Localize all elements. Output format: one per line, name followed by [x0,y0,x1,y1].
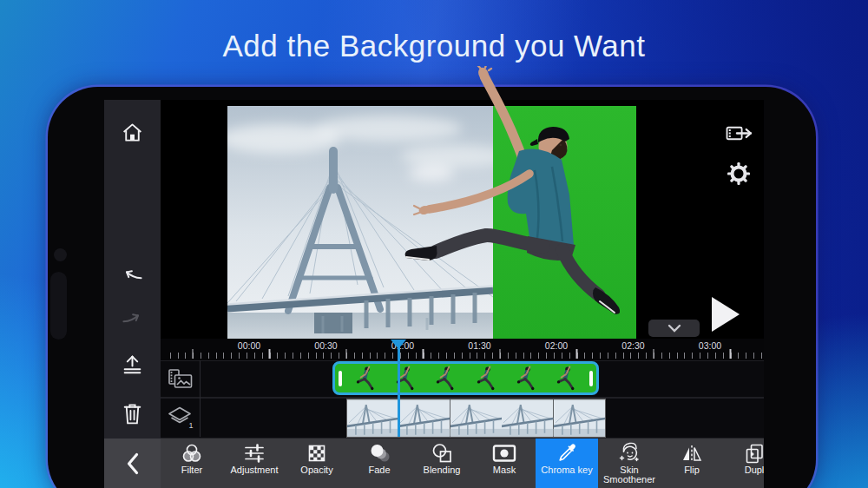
clip-thumbnail [431,365,460,392]
bridge-background-image [227,106,493,339]
layer-badge: 1 [188,421,193,430]
clip-thumbnail [398,399,450,437]
clip-thumbnail [551,365,581,392]
toolbar-item-mask[interactable]: Mask [473,439,536,488]
toolbar-item-duplicate[interactable]: Dupl [723,439,764,488]
toolbar-item-filter[interactable]: Filter [161,439,223,488]
clip-thumbnail [511,365,541,392]
green-screen-region [493,106,636,339]
blending-icon [431,441,453,465]
clip-thumbnail [471,365,501,392]
collapse-timeline-button[interactable] [648,320,700,337]
clip-thumbnail [502,399,553,437]
duplicate-icon [743,441,764,465]
toolbar-item-opacity[interactable]: Opacity [286,439,348,488]
toolbar-item-label: Skin Smoothener [599,465,660,485]
toolbar-item-label: Chroma key [541,465,592,475]
playhead-handle[interactable] [391,340,406,349]
toolbar-item-label: Opacity [300,465,332,475]
layers-icon[interactable]: 1 [161,399,200,438]
home-icon[interactable] [104,115,161,149]
chevron-left-icon [125,452,141,476]
undo-icon[interactable] [104,256,161,291]
toolbar-item-label: Flip [684,465,700,475]
opacity-icon [306,441,327,465]
clip-thumbnail [450,399,502,437]
bridge-clip[interactable] [347,399,605,437]
clip-thumbnail [391,365,420,392]
page-title: Add the Background you Want [0,29,868,63]
stage: Add the Background you Want [0,0,868,488]
toolbar-item-adjustment[interactable]: Adjustment [223,439,286,488]
app-screen: 00:0000:3001:0001:3002:0002:3003:0003:30… [104,100,764,488]
fade-icon [368,441,391,465]
chroma-key-icon [556,441,578,465]
produce-icon[interactable] [718,115,760,151]
toolbar-item-label: Dupl [745,465,764,475]
back-button[interactable] [104,439,161,488]
trash-icon[interactable] [104,396,161,431]
redo-icon[interactable] [104,300,161,334]
flip-icon [681,441,703,465]
settings-gear-icon[interactable] [718,155,760,192]
clip-thumbnail [351,365,380,392]
skin-smoothener-icon [618,441,641,465]
ruler-ticks-major [165,349,764,359]
toolbar-item-label: Filter [181,465,202,475]
phone-frame: 00:0000:3001:0001:3002:0002:3003:0003:30… [48,87,816,488]
playhead[interactable] [398,344,400,437]
clip-thumbnail [554,399,605,437]
green-screen-clip[interactable] [332,361,599,395]
mask-icon [492,441,516,465]
toolbar-item-chroma-key[interactable]: Chroma key [536,439,598,488]
play-button[interactable] [712,297,741,332]
toolbar-item-label: Fade [368,465,390,475]
toolbar-item-fade[interactable]: Fade [348,439,411,488]
clip-thumbnail [347,399,398,437]
chevron-down-icon [667,324,682,333]
toolbar-item-flip[interactable]: Flip [661,439,723,488]
adjustment-icon [243,441,266,465]
camera-notch-dot [54,248,67,261]
toolbar-item-blending[interactable]: Blending [411,439,473,488]
filter-icon [181,441,203,465]
toolbar-item-label: Adjustment [230,465,278,475]
media-track-icon[interactable] [161,361,200,397]
export-icon[interactable] [104,347,161,382]
camera-notch-pill [50,272,67,340]
left-sidebar [104,100,161,439]
track-header-separator [200,360,201,437]
toolbar-item-label: Mask [493,465,516,475]
bottom-toolbar: FilterAdjustmentOpacityFadeBlendingMaskC… [161,439,764,488]
toolbar-item-skin-smoothener[interactable]: Skin Smoothener [598,439,661,488]
video-preview-frame[interactable] [227,106,636,339]
toolbar-item-label: Blending [424,465,461,475]
